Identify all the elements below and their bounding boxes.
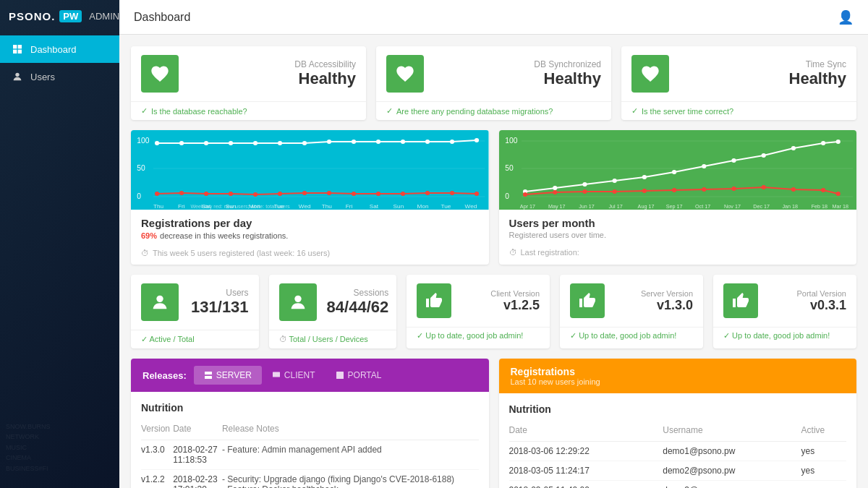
chart-registrations-stat: 69% decrease in this weeks registrations… <box>141 231 479 240</box>
releases-tab-client[interactable]: CLIENT <box>262 366 326 385</box>
svg-point-82 <box>761 185 765 189</box>
version-label-server: Server Version <box>615 289 693 298</box>
svg-point-68 <box>702 164 706 168</box>
person-icon-users <box>150 292 170 312</box>
logo-pw: PW <box>59 10 82 22</box>
release-date-1: 2018-02-27 11:18:53 <box>173 440 222 470</box>
stat-footer-users: ✓ Active / Total <box>131 330 259 348</box>
user-icon[interactable]: 👤 <box>838 9 854 25</box>
registrations-title: Registrations <box>511 366 846 377</box>
sidebar-item-dashboard[interactable]: Dashboard <box>0 35 119 63</box>
svg-rect-101 <box>205 376 212 379</box>
logo: PSONO.PW ADMIN <box>0 0 119 33</box>
check-icon-portal: ✓ <box>723 331 730 340</box>
main-content: Dashboard 👤 DB Accessibility Healthy ✓ <box>119 0 868 488</box>
table-row: v1.3.0 2018-02-27 11:18:53 - Feature: Ad… <box>141 440 479 470</box>
svg-point-73 <box>835 140 840 144</box>
svg-point-67 <box>672 170 676 174</box>
health-card-db-access: DB Accessibility Healthy ✓ Is the databa… <box>131 46 366 120</box>
svg-point-76 <box>582 189 587 194</box>
reg-active-1: yes <box>801 442 846 461</box>
health-value-db-sync: Healthy <box>434 69 601 88</box>
health-value-time-sync: Healthy <box>679 69 846 88</box>
check-icon-users: ✓ <box>141 335 148 343</box>
health-label-time-sync: Time Sync <box>679 59 846 69</box>
heart-icon-db-access <box>150 64 170 84</box>
svg-text:Weekday red: new users; white:: Weekday red: new users; white: total use… <box>190 204 290 210</box>
chart-registrations-footer: ⏱ This week 5 users registered (last wee… <box>131 246 489 265</box>
svg-text:Aug 17: Aug 17 <box>637 204 654 210</box>
svg-rect-1 <box>18 45 22 48</box>
bottom-row: Releases: SERVER CLIENT <box>131 359 856 488</box>
svg-text:0: 0 <box>505 192 509 200</box>
sidebar-nav: Dashboard Users <box>0 35 119 90</box>
table-row: 2018-03-05 11:24:17 demo2@psono.pw yes <box>509 461 847 481</box>
health-icon-time-sync <box>631 55 669 93</box>
svg-rect-2 <box>13 50 17 53</box>
svg-point-72 <box>821 141 825 145</box>
thumbsup-icon-portal <box>732 292 749 309</box>
chart-users-month-title: Users per month <box>509 217 847 229</box>
stat-card-sessions: Sessions 84/44/62 ⏱ Total / Users / Devi… <box>269 275 397 348</box>
release-notes-2: - Security: Upgrade django (fixing Djang… <box>222 470 479 489</box>
portal-tab-icon <box>336 371 344 380</box>
registrations-product-title: Nutrition <box>509 403 847 415</box>
registrations-table: Date Username Active 2018-03-06 12:29:22… <box>509 422 847 488</box>
stats-versions-row: Users 131/131 ✓ Active / Total <box>131 275 856 348</box>
sidebar-bg-decoration: SNOW.BURNSNETWORKMUSICCINEMABUSINESS#FI <box>0 421 119 474</box>
svg-point-23 <box>425 140 430 144</box>
releases-tab-portal[interactable]: PORTAL <box>326 366 392 385</box>
svg-text:50: 50 <box>137 164 145 172</box>
reg-username-1: demo1@psono.pw <box>663 442 801 461</box>
svg-point-4 <box>15 73 19 77</box>
svg-text:Jul 17: Jul 17 <box>608 204 622 210</box>
stat-text: decrease in this weeks registrations. <box>160 231 288 240</box>
svg-point-18 <box>302 141 307 145</box>
svg-point-85 <box>835 192 840 196</box>
svg-text:Sep 17: Sep 17 <box>665 204 682 210</box>
svg-point-13 <box>179 141 184 145</box>
releases-table: Version Date Release Notes v1.3.0 2018-0… <box>141 421 479 488</box>
releases-tab-server[interactable]: SERVER <box>194 366 262 385</box>
check-icon-server: ✓ <box>570 331 576 340</box>
svg-point-80 <box>702 187 706 192</box>
version-card-server: Server Version v1.3.0 ✓ Up to date, good… <box>560 275 703 348</box>
charts-row: 100 50 0 <box>131 130 856 265</box>
reg-date-3: 2018-03-05 11:40:00 <box>509 481 663 489</box>
registrations-header: Registrations Last 10 new users joining <box>499 359 857 393</box>
svg-point-14 <box>204 141 208 145</box>
health-cards-row: DB Accessibility Healthy ✓ Is the databa… <box>131 46 856 120</box>
svg-point-27 <box>179 191 184 195</box>
releases-tabs: SERVER CLIENT PORTAL <box>194 366 392 385</box>
svg-point-15 <box>229 141 233 145</box>
thumbsup-icon-client <box>425 292 443 309</box>
sidebar-item-users[interactable]: Users <box>0 63 119 90</box>
clock-icon-sessions: ⏱ <box>279 335 287 343</box>
releases-section: Releases: SERVER CLIENT <box>131 359 489 488</box>
chart-users-month-area: 100 50 0 <box>499 130 857 210</box>
svg-point-22 <box>401 140 405 144</box>
health-card-db-sync: DB Synchronized Healthy ✓ Are there any … <box>376 46 611 120</box>
chart-users-month-subtitle: Registered users over time. <box>509 231 847 239</box>
version-cards: Client Version v1.2.5 ✓ Up to date, good… <box>407 275 856 348</box>
health-footer-time-sync: ✓ Is the server time correct? <box>621 101 856 120</box>
stat-footer-sessions: ⏱ Total / Users / Devices <box>269 330 397 348</box>
stat-percent: 69% <box>141 231 157 240</box>
svg-point-30 <box>253 192 258 197</box>
svg-point-25 <box>475 138 479 142</box>
svg-point-63 <box>553 186 557 190</box>
chart-users-month: 100 50 0 <box>499 130 857 265</box>
release-notes-1: - Feature: Admin management API added <box>222 440 479 470</box>
svg-text:Mar 18: Mar 18 <box>832 204 848 210</box>
health-value-db-access: Healthy <box>189 69 356 88</box>
chart-registrations: 100 50 0 <box>131 130 489 265</box>
stat-label-sessions: Sessions <box>327 288 389 298</box>
version-card-portal: Portal Version v0.3.1 ✓ Up to date, good… <box>713 275 856 348</box>
health-icon-db-access <box>141 55 179 93</box>
svg-point-24 <box>450 140 454 144</box>
release-version-1: v1.3.0 <box>141 440 173 470</box>
logo-admin: ADMIN <box>89 11 119 22</box>
reg-username-2: demo2@psono.pw <box>663 461 801 481</box>
svg-point-32 <box>302 191 307 195</box>
version-label-client: Client Version <box>461 289 540 298</box>
